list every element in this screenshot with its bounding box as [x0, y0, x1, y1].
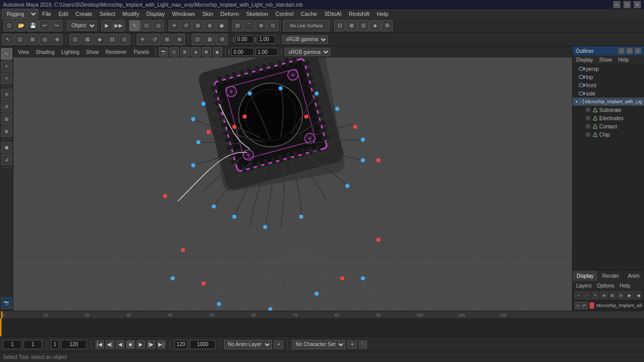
layer-toolbar-btn8[interactable]: ◀: [634, 291, 642, 299]
camera-tool[interactable]: 📷: [1, 297, 12, 309]
total-frame-input[interactable]: [190, 340, 215, 349]
layer-visibility-toggle[interactable]: V: [575, 302, 580, 309]
menu-edit[interactable]: Edit: [56, 9, 71, 18]
universal-tool-left[interactable]: ⊕: [1, 126, 12, 137]
view-menu[interactable]: View: [15, 49, 32, 55]
char-set-select[interactable]: No Character Set: [292, 340, 345, 349]
layer-toolbar-btn7[interactable]: ▶: [626, 291, 634, 299]
shelf-btn-16[interactable]: ⊠: [204, 34, 215, 45]
menu-3dtoai[interactable]: 3DtoAI: [321, 9, 345, 18]
move-tool-button[interactable]: ✛: [169, 20, 180, 31]
objects-select[interactable]: Objects: [67, 21, 97, 31]
vp-xray-btn[interactable]: ◉: [213, 47, 222, 56]
lighting-menu[interactable]: Lighting: [59, 49, 82, 55]
menu-skeleton[interactable]: Skeleton: [243, 9, 271, 18]
disp-options-menu[interactable]: Options: [595, 283, 616, 289]
shelf-btn-8[interactable]: ◈: [94, 34, 105, 45]
scale-tool-left[interactable]: ⊞: [1, 113, 12, 125]
render-btn4[interactable]: ◈: [370, 20, 381, 31]
outliner-tab-render[interactable]: Render: [598, 271, 624, 281]
stop-button[interactable]: ■: [126, 340, 135, 349]
shelf-btn-5[interactable]: ⊕: [51, 34, 63, 45]
menu-control[interactable]: Control: [272, 9, 297, 18]
shelf-btn-14[interactable]: ⊕: [174, 34, 185, 45]
undo-button[interactable]: ↩: [39, 20, 50, 31]
universal-manip-button[interactable]: ⊕: [204, 20, 215, 31]
render-btn3[interactable]: ⊟: [358, 20, 369, 31]
vp-input-1[interactable]: 0.00: [231, 48, 254, 56]
menu-windows[interactable]: Windows: [169, 9, 198, 18]
viewport-canvas[interactable]: persp X Y Z: [13, 58, 572, 311]
redo-button[interactable]: ↪: [51, 20, 62, 31]
menu-skin[interactable]: Skin: [199, 9, 216, 18]
outliner-tab-anim[interactable]: Anim: [624, 271, 644, 281]
layer-pickable-toggle[interactable]: P: [581, 302, 587, 309]
lasso-tool[interactable]: ⌖: [1, 61, 12, 72]
lasso-select-button[interactable]: ⊡: [141, 20, 152, 31]
outliner-maximize-button[interactable]: □: [627, 48, 633, 54]
menu-display[interactable]: Display: [143, 9, 168, 18]
menu-create[interactable]: Create: [72, 9, 96, 18]
snap-grid-button[interactable]: ⊟: [232, 20, 243, 31]
tree-node-substrate[interactable]: Substrate: [573, 106, 644, 114]
outliner-help-menu[interactable]: Help: [616, 57, 631, 63]
vp-grid-btn[interactable]: ⊞: [180, 47, 190, 56]
step-back-button[interactable]: ◀|: [106, 340, 114, 349]
shelf-btn-13[interactable]: ⊞: [161, 34, 173, 45]
go-to-end-button[interactable]: ▶|: [157, 340, 165, 349]
rotate-tool-button[interactable]: ↺: [180, 20, 192, 31]
shelf-value-input2[interactable]: [257, 35, 275, 44]
rotate-tool-left[interactable]: ↺: [1, 101, 12, 112]
vp-shading-btn[interactable]: ◈: [191, 47, 200, 56]
disp-layers-menu[interactable]: Layers: [575, 283, 593, 289]
mode-select[interactable]: Rigging Animation Modeling: [2, 9, 38, 19]
menu-modify[interactable]: Modify: [119, 9, 142, 18]
color-space-dropdown[interactable]: sRGB gamma: [285, 48, 330, 56]
vp-input-2[interactable]: 1.00: [255, 48, 278, 56]
shelf-btn-12[interactable]: ↺: [149, 34, 160, 45]
go-to-start-button[interactable]: |◀: [96, 340, 104, 349]
vp-wireframe-btn[interactable]: ⊠: [202, 47, 211, 56]
shelf-btn-3[interactable]: ⊞: [27, 34, 38, 45]
end-frame-input[interactable]: 120: [61, 340, 87, 349]
renderer-menu[interactable]: Renderer: [103, 49, 130, 55]
menu-select[interactable]: Select: [97, 9, 119, 18]
shelf-value-input[interactable]: [235, 35, 254, 44]
anim-layer-btn[interactable]: +: [274, 340, 283, 349]
shelf-btn-7[interactable]: ⊠: [82, 34, 93, 45]
render-btn5[interactable]: ⚙: [381, 20, 393, 31]
shelf-btn-6[interactable]: ⊡: [69, 34, 81, 45]
menu-cache[interactable]: Cache: [298, 9, 320, 18]
vp-cam-btn[interactable]: 📷: [159, 47, 168, 56]
snap-point-button[interactable]: ⊕: [255, 20, 267, 31]
tree-node-chip[interactable]: Chip: [573, 130, 644, 139]
shelf-btn-11[interactable]: ✛: [137, 34, 148, 45]
shelf-btn-2[interactable]: ⊡: [14, 34, 26, 45]
timeline-ruler[interactable]: 1 10 20 30 40 50 60 70 80 90 1: [0, 311, 644, 318]
layer-toolbar-btn6[interactable]: ⊟: [617, 291, 625, 299]
soft-tool-left[interactable]: ◉: [1, 142, 12, 153]
open-scene-button[interactable]: 📂: [15, 20, 27, 31]
scale-tool-button[interactable]: ⊞: [192, 20, 204, 31]
shading-menu[interactable]: Shading: [33, 49, 58, 55]
new-scene-button[interactable]: 🗋: [4, 20, 15, 31]
render-btn1[interactable]: ⊡: [334, 20, 345, 31]
select-tool-button[interactable]: ↖: [129, 20, 140, 31]
shelf-btn-9[interactable]: ⊟: [106, 34, 118, 45]
vp-render-btn[interactable]: ⊡: [170, 47, 179, 56]
layer-toolbar-btn5[interactable]: ⊠: [609, 291, 617, 299]
auto-key-btn[interactable]: ⚫: [359, 340, 367, 349]
shelf-btn-4[interactable]: ◎: [39, 34, 50, 45]
char-set-btn[interactable]: +: [347, 340, 357, 349]
tree-node-contact[interactable]: Contact: [573, 122, 644, 130]
render-current-button[interactable]: ▶: [101, 20, 113, 31]
outliner-tab-display[interactable]: Display: [573, 271, 598, 281]
shelf-btn-15[interactable]: ⊡: [192, 34, 203, 45]
snap-curve-button[interactable]: ⌒: [244, 20, 255, 31]
menu-file[interactable]: File: [39, 9, 54, 18]
menu-deform[interactable]: Deform: [217, 9, 242, 18]
layer-toolbar-btn1[interactable]: +: [575, 291, 582, 299]
tree-node-front[interactable]: front: [573, 81, 644, 89]
save-scene-button[interactable]: 💾: [27, 20, 39, 31]
layer-toolbar-btn4[interactable]: ⊕: [600, 291, 608, 299]
